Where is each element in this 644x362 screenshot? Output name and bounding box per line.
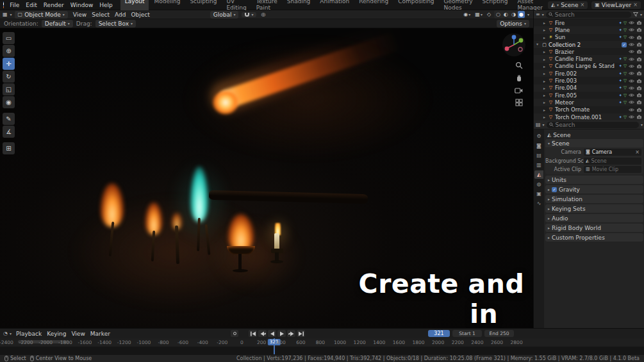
outliner-item-fire-003[interactable]: ▸ ▽ Fire.003 ✦▽ — [534, 77, 644, 84]
properties-tab-tool[interactable]: ⚙ — [534, 132, 543, 140]
prev-keyframe-button[interactable] — [258, 330, 267, 337]
hide-viewport-eye-icon[interactable] — [628, 79, 634, 83]
hide-viewport-eye-icon[interactable] — [628, 21, 634, 25]
disclosure-triangle-icon[interactable]: ▸ — [542, 28, 547, 32]
hide-viewport-eye-icon[interactable] — [628, 108, 634, 112]
disclosure-triangle-icon[interactable]: ▸ — [542, 35, 547, 40]
blender-logo-icon[interactable] — [3, 1, 4, 8]
gravity-checkbox[interactable]: ✓ — [552, 187, 557, 192]
panel-rigid-body-world[interactable]: ▸ Rigid Body World — [545, 224, 643, 232]
shading-solid-icon[interactable]: ◐ — [502, 11, 509, 18]
proportional-editing-icon[interactable]: ◎ — [260, 11, 267, 18]
auto-keying-button[interactable] — [231, 330, 238, 337]
properties-search-input[interactable]: Search — [547, 122, 639, 128]
remove-view-layer-icon[interactable]: × — [633, 2, 638, 8]
disable-render-camera-icon[interactable] — [636, 108, 642, 112]
timeline-menu-playback[interactable]: Playback — [13, 331, 44, 337]
editor-type-icon[interactable]: ▦ — [3, 12, 8, 17]
disclosure-triangle-icon[interactable]: ▸ — [542, 100, 547, 104]
options-dropdown[interactable]: Options ▾ — [497, 20, 529, 28]
disable-render-camera-icon[interactable] — [636, 42, 642, 47]
hide-viewport-eye-icon[interactable] — [628, 115, 634, 119]
tool-transform[interactable]: ◉ — [3, 96, 15, 108]
navigation-gizmo[interactable] — [502, 33, 525, 56]
tool-select-box[interactable]: ▭ — [3, 32, 15, 44]
disable-render-camera-icon[interactable] — [636, 86, 642, 90]
scene-panel-header[interactable]: ▾ Scene — [545, 139, 643, 147]
outliner-search-input[interactable]: Search — [546, 12, 631, 18]
disable-render-camera-icon[interactable] — [636, 49, 642, 54]
menu-edit[interactable]: Edit — [22, 2, 40, 8]
disclosure-triangle-icon[interactable]: ▸ — [542, 93, 547, 97]
orthographic-grid-icon[interactable] — [515, 99, 523, 106]
overlays-dropdown[interactable]: ▦▾ — [474, 11, 484, 18]
panel-keying-sets[interactable]: ▸ Keying Sets — [545, 204, 643, 213]
torch-flame-1[interactable] — [101, 183, 124, 227]
candle-body[interactable] — [274, 233, 279, 250]
outliner-item-meteor[interactable]: ▸ ▽ Meteor ✦▽ — [534, 99, 644, 106]
zoom-icon[interactable] — [515, 62, 523, 69]
hide-viewport-eye-icon[interactable] — [628, 57, 634, 62]
viewport-menu-select[interactable]: Select — [89, 12, 112, 18]
jump-to-end-button[interactable] — [297, 330, 305, 337]
current-frame-field[interactable]: 321 — [428, 330, 450, 337]
panel-gravity[interactable]: ▸ ✓ Gravity — [545, 185, 643, 193]
disable-render-camera-icon[interactable] — [636, 115, 642, 119]
hide-viewport-eye-icon[interactable] — [628, 100, 634, 104]
hide-viewport-eye-icon[interactable] — [628, 71, 634, 76]
tool-measure[interactable]: ∡ — [3, 126, 15, 138]
filter-funnel-icon[interactable] — [633, 12, 638, 17]
disable-render-camera-icon[interactable] — [636, 100, 642, 104]
unlink-scene-icon[interactable]: × — [581, 2, 585, 8]
outliner-editor-icon[interactable]: ≡ — [536, 12, 540, 17]
xray-toggle-icon[interactable]: ◇ — [486, 11, 492, 18]
disclosure-triangle-icon[interactable]: ▸ — [542, 108, 547, 112]
hide-viewport-eye-icon[interactable] — [628, 28, 634, 32]
properties-tab-world[interactable]: ◍ — [534, 180, 543, 188]
pan-hand-icon[interactable] — [515, 74, 523, 82]
disable-render-camera-icon[interactable] — [636, 21, 642, 25]
properties-tab-physics[interactable]: ∿ — [534, 199, 543, 208]
viewport-menu-add[interactable]: Add — [112, 12, 128, 18]
outliner-item-plane[interactable]: ▸ ▽ Plane ✦▽ — [534, 26, 644, 33]
panel-custom-properties[interactable]: ▸ Custom Properties — [545, 233, 643, 242]
viewport-3d[interactable]: ▭⊕✛↻◱◉✎∡⊞ Create and ajust in real time — [0, 28, 533, 328]
outliner-item-collection-2[interactable]: ▸ ▢ Collection 2 ✓ — [534, 41, 644, 48]
shading-rendered-icon[interactable]: ● — [518, 11, 525, 18]
jump-to-start-button[interactable] — [249, 330, 257, 337]
disclosure-triangle-icon[interactable]: ▸ — [542, 115, 547, 119]
play-reverse-button[interactable] — [268, 330, 276, 337]
disclosure-triangle-icon[interactable]: ▸ — [542, 86, 547, 90]
menu-file[interactable]: File — [6, 2, 22, 8]
shading-wireframe-icon[interactable]: ○ — [495, 11, 502, 18]
disclosure-triangle-icon[interactable]: ▸ — [542, 79, 547, 83]
properties-tab-scene[interactable]: ◭ — [534, 170, 543, 179]
active-clip-field[interactable]: ▥ Movie Clip — [584, 166, 641, 173]
outliner-item-torch-ornate[interactable]: ▸ ▽ Torch Ornate — [534, 106, 644, 113]
outliner-item-candle-large-stand[interactable]: ▸ ▽ Candle Large & Stand ✦▽ — [534, 63, 644, 70]
meteor-head[interactable] — [213, 91, 238, 114]
outliner-item-torch-ornate-001[interactable]: ▸ ▽ Torch Ornate.001 ✦▽ — [534, 113, 644, 120]
tool-cursor[interactable]: ⊕ — [3, 45, 15, 57]
menu-window[interactable]: Window — [67, 2, 97, 8]
hide-viewport-eye-icon[interactable] — [628, 64, 634, 69]
properties-editor-icon[interactable]: ▤ — [536, 122, 541, 128]
hide-viewport-eye-icon[interactable] — [628, 93, 634, 97]
outliner-item-fire-002[interactable]: ▸ ▽ Fire.002 ✦▽ — [534, 70, 644, 77]
disable-render-camera-icon[interactable] — [636, 57, 642, 62]
disable-render-camera-icon[interactable] — [636, 64, 642, 69]
snap-dropdown[interactable]: ▾ — [242, 12, 256, 17]
properties-tab-object[interactable]: ▣ — [534, 190, 543, 198]
tool-annotate[interactable]: ✎ — [3, 113, 15, 125]
transform-orientation-dropdown[interactable]: Global ▾ — [210, 11, 239, 19]
timeline-menu-view[interactable]: View — [69, 331, 87, 337]
drag-mode-dropdown[interactable]: Select Box ▾ — [95, 20, 136, 28]
show-gizmo-dropdown[interactable]: ◉▾ — [462, 11, 472, 18]
disable-render-camera-icon[interactable] — [636, 71, 642, 76]
panel-audio[interactable]: ▸ Audio — [545, 214, 643, 222]
disable-render-camera-icon[interactable] — [636, 93, 642, 97]
shading-material-icon[interactable]: ◑ — [510, 11, 517, 18]
disclosure-triangle-icon[interactable]: ▸ — [542, 71, 547, 76]
tool-rotate[interactable]: ↻ — [3, 70, 15, 83]
camera-field[interactable]: ◙ Camera × — [584, 149, 641, 156]
